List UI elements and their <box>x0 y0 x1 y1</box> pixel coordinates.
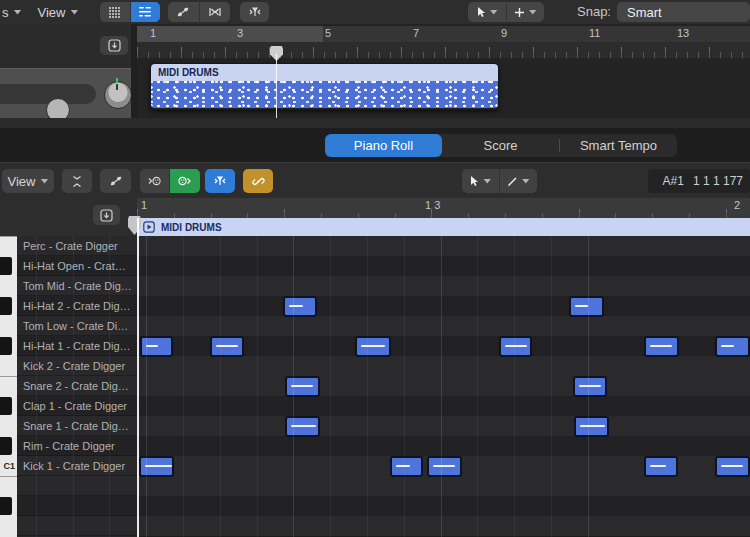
grid-view-button[interactable] <box>100 2 130 22</box>
chevron-down-icon <box>483 179 491 184</box>
snap-menu[interactable]: Smart <box>617 2 750 22</box>
midi-note[interactable] <box>427 456 462 477</box>
ruler-bar-label: 2 <box>734 199 740 211</box>
midi-note[interactable] <box>390 456 423 477</box>
pencil-tool-icon <box>507 176 518 187</box>
midi-note[interactable] <box>285 416 320 437</box>
midi-note[interactable] <box>285 376 320 397</box>
grid-lane <box>137 516 750 537</box>
link-icon <box>252 175 265 188</box>
track-name-row[interactable]: Kick 1 - Crate Digger <box>17 456 137 476</box>
track-name-row[interactable]: Rim - Crate Digger <box>17 436 137 456</box>
track-name-row[interactable]: Tom Low - Crate Di… <box>17 316 137 336</box>
pr-region-strip[interactable]: MIDI DRUMS <box>137 218 750 237</box>
tab-score[interactable]: Score <box>442 134 559 157</box>
pr-command-click-tool-menu[interactable] <box>499 169 538 193</box>
midi-region[interactable]: MIDI DRUMS <box>150 63 499 110</box>
note-velocity-line <box>721 465 743 467</box>
list-view-icon <box>138 6 152 18</box>
left-click-tool-menu[interactable] <box>468 2 506 22</box>
midi-note[interactable] <box>569 296 604 317</box>
link-button[interactable] <box>243 169 273 193</box>
midi-note[interactable] <box>140 336 173 357</box>
track-name-row[interactable]: Kick 2 - Crate Digger <box>17 356 137 376</box>
midi-note[interactable] <box>355 336 391 357</box>
midi-note[interactable] <box>283 296 317 317</box>
ruler-bar-label: 7 <box>413 27 419 39</box>
track-name-row[interactable]: Hi-Hat Open - Crat… <box>17 256 137 276</box>
pointer-tool-icon <box>469 175 479 187</box>
chevron-down-icon <box>529 10 537 15</box>
note-velocity-line <box>575 305 588 307</box>
note-lanes[interactable] <box>137 236 750 537</box>
piano-roll-view-menu[interactable]: View <box>2 169 54 193</box>
snap-label: Snap: <box>577 4 611 19</box>
track-name-row-empty <box>17 496 137 516</box>
collapse-mode-button[interactable] <box>62 169 92 193</box>
midi-note[interactable] <box>715 456 750 477</box>
ruler-bar-label: 9 <box>501 27 507 39</box>
bar-ruler[interactable]: 135791113 <box>137 26 750 42</box>
grid-lane <box>137 236 750 257</box>
track-zoom-button[interactable] <box>100 36 128 55</box>
piano-roll-ruler[interactable]: 11 32 <box>137 198 750 218</box>
ruler-bar-label: 1 3 <box>425 199 440 211</box>
grid-lane <box>137 376 750 397</box>
automation-icon <box>176 6 190 18</box>
track-name-row[interactable]: Clap 1 - Crate Digger <box>17 396 137 416</box>
track-name-row-empty <box>17 476 137 496</box>
pan-knob-tick <box>116 78 118 83</box>
piano-key-black[interactable] <box>0 337 12 355</box>
catch-playhead-button[interactable] <box>240 2 269 22</box>
command-click-tool-menu[interactable] <box>506 2 545 22</box>
note-velocity-line <box>361 345 385 347</box>
midi-note[interactable] <box>210 336 244 357</box>
volume-slider[interactable] <box>0 84 96 104</box>
edit-tools-group <box>168 2 230 22</box>
track-name-row[interactable]: Hi-Hat 1 - Crate Dig… <box>17 336 137 356</box>
logic-pro-window: s View <box>0 0 750 537</box>
midi-in-button[interactable] <box>140 169 169 193</box>
flex-button[interactable] <box>199 2 231 22</box>
note-info-display: A#1 1 1 1 177 <box>648 169 750 193</box>
track-name-row[interactable]: Snare 1 - Crate Dig… <box>17 416 137 436</box>
midi-note[interactable] <box>499 336 532 357</box>
pr-catch-playhead-button[interactable] <box>205 169 235 193</box>
midi-note[interactable] <box>573 376 607 397</box>
note-velocity-line <box>505 345 527 347</box>
list-view-button[interactable] <box>130 2 161 22</box>
flex-icon <box>208 6 222 18</box>
midi-in-group <box>140 169 200 193</box>
tick-ruler[interactable] <box>137 42 750 58</box>
piano-key-black[interactable] <box>0 397 12 415</box>
capture-midi-button[interactable] <box>169 169 200 193</box>
track-name-row[interactable]: Perc - Crate Digger <box>17 236 137 256</box>
key-separator <box>0 376 17 377</box>
pr-automation-button[interactable] <box>100 169 131 193</box>
chevron-down-icon <box>70 10 78 15</box>
piano-key-black[interactable] <box>0 437 12 455</box>
piano-key-black[interactable] <box>0 297 12 315</box>
note-velocity-line <box>650 345 672 347</box>
midi-note[interactable] <box>644 336 679 357</box>
midi-note[interactable] <box>715 336 750 357</box>
functions-menu[interactable]: s <box>2 5 22 20</box>
pan-knob[interactable] <box>104 81 132 109</box>
automation-button[interactable] <box>168 2 199 22</box>
track-name-row[interactable]: Snare 2 - Crate Dig… <box>17 376 137 396</box>
down-arrow-box-icon <box>100 209 113 222</box>
tab-smart-tempo[interactable]: Smart Tempo <box>560 134 677 157</box>
track-name-row[interactable]: Tom Mid - Crate Dig… <box>17 276 137 296</box>
midi-note[interactable] <box>644 456 678 477</box>
track-name-row[interactable]: Hi-Hat 2 - Crate Dig… <box>17 296 137 316</box>
piano-key-black[interactable] <box>0 497 12 515</box>
pr-zoom-button[interactable] <box>93 205 120 225</box>
region-note-preview <box>151 81 498 108</box>
piano-keyboard[interactable]: C1 <box>0 236 17 537</box>
pr-left-click-tool-menu[interactable] <box>462 169 499 193</box>
midi-note[interactable] <box>574 416 609 437</box>
view-menu[interactable]: View <box>38 5 79 20</box>
tab-piano-roll[interactable]: Piano Roll <box>325 134 442 157</box>
midi-note[interactable] <box>139 456 174 477</box>
piano-key-black[interactable] <box>0 257 12 275</box>
